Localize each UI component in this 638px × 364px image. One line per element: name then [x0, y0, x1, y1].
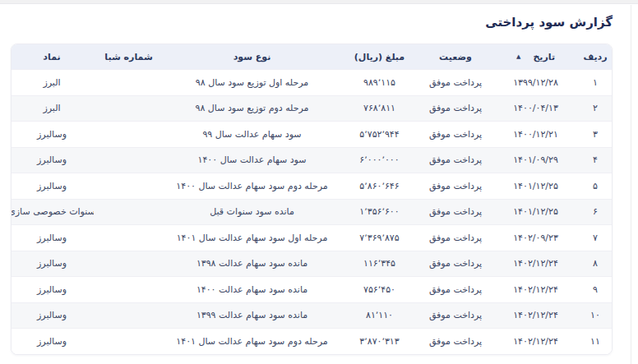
cell-row-number: ۱۰ — [579, 310, 612, 320]
cell-amount: ۵٬۷۵۲٬۹۴۴ — [340, 129, 418, 140]
paid-dividend-report-table: ردیف تاریخ ▲ وضعیت مبلغ (ریال) نوع سود ش… — [11, 44, 613, 355]
cell-date: ۱۴۰۲/۱۲/۲۴ — [492, 336, 579, 347]
cell-status: پرداخت موفق — [418, 103, 492, 113]
cell-symbol: وسالبرز — [11, 154, 94, 165]
cell-row-number: ۲ — [579, 103, 612, 113]
cell-dividend-type: مرحله دوم توزیع سود سال ۹۸ — [164, 103, 340, 113]
column-header-status[interactable]: وضعیت — [418, 52, 492, 62]
cell-date: ۱۴۰۱/۰۹/۲۹ — [492, 154, 579, 165]
cell-status: پرداخت موفق — [418, 181, 492, 191]
table-row: ۳ ۱۴۰۰/۱۲/۲۱ پرداخت موفق ۵٬۷۵۲٬۹۴۴ سود س… — [12, 121, 612, 147]
column-header-sheba-number[interactable]: شماره شبا — [94, 52, 164, 62]
table-row: ۲ ۱۴۰۰/۰۴/۱۳ پرداخت موفق ۷۶۸٬۸۱۱ مرحله د… — [12, 95, 612, 122]
cell-amount: ۵٬۸۶۰٬۶۴۶ — [340, 181, 418, 191]
cell-status: پرداخت موفق — [418, 233, 492, 243]
cell-date: ۱۴۰۰/۰۴/۱۳ — [492, 103, 579, 113]
table-row: ۱۱ ۱۴۰۲/۱۲/۲۴ پرداخت موفق ۳٬۸۷۰٬۳۱۳ مرحل… — [12, 328, 612, 354]
cell-dividend-type: مانده سود سهام عدالت ۱۴۰۰ — [164, 284, 340, 295]
cell-row-number: ۹ — [579, 284, 612, 295]
cell-status: پرداخت موفق — [418, 129, 492, 140]
table-header: ردیف تاریخ ▲ وضعیت مبلغ (ریال) نوع سود ش… — [12, 44, 612, 69]
column-header-date[interactable]: تاریخ ▲ — [492, 52, 579, 62]
cell-amount: ۱۱۶٬۳۴۵ — [340, 258, 418, 269]
cell-symbol: سنوات خصوصی سازی — [11, 206, 94, 217]
cell-date: ۱۴۰۲/۱۲/۲۴ — [492, 310, 579, 320]
cell-amount: ۶٬۰۰۰٬۰۰۰ — [340, 154, 418, 165]
cell-amount: ۳٬۸۷۰٬۳۱۳ — [340, 336, 418, 347]
cell-symbol: وسالبرز — [11, 310, 94, 320]
sort-ascending-icon[interactable]: ▲ — [516, 54, 520, 60]
table-row: ۶ ۱۴۰۱/۱۲/۲۵ پرداخت موفق ۱٬۳۵۶٬۶۰۰ مانده… — [12, 199, 612, 225]
cell-symbol: وسالبرز — [11, 284, 94, 295]
cell-date: ۱۴۰۲/۱۲/۲۴ — [492, 284, 579, 295]
cell-date: ۱۴۰۰/۱۲/۲۱ — [492, 129, 579, 140]
scrollbar-track[interactable] — [631, 5, 631, 364]
cell-row-number: ۳ — [579, 129, 612, 140]
cell-row-number: ۴ — [579, 154, 612, 165]
table-row: ۴ ۱۴۰۱/۰۹/۲۹ پرداخت موفق ۶٬۰۰۰٬۰۰۰ سود س… — [12, 147, 612, 173]
column-header-date-label: تاریخ — [533, 52, 555, 62]
cell-amount: ۷۵۶٬۴۵۰ — [340, 284, 418, 295]
cell-symbol: البرز — [11, 103, 94, 113]
cell-symbol: وسالبرز — [11, 129, 94, 140]
cell-row-number: ۱۱ — [579, 336, 612, 347]
cell-dividend-type: مرحله دوم سود سهام عدالت سال ۱۴۰۰ — [164, 181, 340, 191]
cell-row-number: ۵ — [579, 181, 612, 191]
table-body: ۱ ۱۳۹۹/۱۲/۲۸ پرداخت موفق ۹۸۹٬۱۱۵ مرحله ا… — [12, 69, 612, 354]
cell-status: پرداخت موفق — [418, 284, 492, 295]
column-header-amount-rial[interactable]: مبلغ (ریال) — [340, 52, 418, 62]
cell-row-number: ۷ — [579, 233, 612, 243]
cell-symbol: وسالبرز — [11, 181, 94, 191]
cell-dividend-type: سود سهام عدالت سال ۹۹ — [164, 129, 340, 140]
cell-amount: ۱٬۳۵۶٬۶۰۰ — [340, 206, 418, 217]
cell-dividend-type: مرحله دوم سود سهام عدالت سال ۱۴۰۱ — [164, 336, 340, 347]
cell-amount: ۷۶۸٬۸۱۱ — [340, 103, 418, 113]
cell-dividend-type: مانده سود سنوات قبل — [164, 206, 340, 217]
cell-date: ۱۴۰۲/۰۹/۲۳ — [492, 233, 579, 243]
cell-row-number: ۱ — [579, 77, 612, 88]
cell-symbol: البرز — [11, 77, 94, 88]
cell-symbol: وسالبرز — [11, 258, 94, 269]
table-row: ۹ ۱۴۰۲/۱۲/۲۴ پرداخت موفق ۷۵۶٬۴۵۰ مانده س… — [12, 276, 612, 302]
column-header-symbol[interactable]: نماد — [11, 52, 94, 62]
column-header-dividend-type[interactable]: نوع سود — [164, 52, 340, 62]
table-row: ۸ ۱۴۰۲/۱۲/۲۴ پرداخت موفق ۱۱۶٬۳۴۵ مانده س… — [12, 251, 612, 277]
cell-status: پرداخت موفق — [418, 154, 492, 165]
cell-symbol: وسالبرز — [11, 233, 94, 243]
cell-dividend-type: مانده سود سهام عدالت ۱۳۹۹ — [164, 310, 340, 320]
cell-row-number: ۸ — [579, 258, 612, 269]
cell-status: پرداخت موفق — [418, 258, 492, 269]
cell-dividend-type: مرحله اول سود سهام عدالت سال ۱۴۰۱ — [164, 233, 340, 243]
cell-symbol: وسالبرز — [11, 336, 94, 347]
cell-date: ۱۳۹۹/۱۲/۲۸ — [492, 77, 579, 88]
cell-row-number: ۶ — [579, 206, 612, 217]
table-row: ۵ ۱۴۰۱/۱۲/۲۵ پرداخت موفق ۵٬۸۶۰٬۶۴۶ مرحله… — [12, 173, 612, 199]
cell-status: پرداخت موفق — [418, 206, 492, 217]
table-row: ۷ ۱۴۰۲/۰۹/۲۳ پرداخت موفق ۷٬۳۶۹٬۸۷۵ مرحله… — [12, 224, 612, 251]
cell-amount: ۹۸۹٬۱۱۵ — [340, 77, 418, 88]
cell-amount: ۸۱٬۱۱۰ — [340, 310, 418, 320]
cell-status: پرداخت موفق — [418, 310, 492, 320]
cell-dividend-type: سود سهام عدالت سال ۱۴۰۰ — [164, 154, 340, 165]
table-row: ۱ ۱۳۹۹/۱۲/۲۸ پرداخت موفق ۹۸۹٬۱۱۵ مرحله ا… — [12, 69, 612, 95]
cell-amount: ۷٬۳۶۹٬۸۷۵ — [340, 233, 418, 243]
report-page: گزارش سود پرداختی ردیف تاریخ ▲ وضعیت مبل… — [0, 4, 638, 355]
column-header-row-number[interactable]: ردیف — [579, 52, 612, 62]
page-title: گزارش سود پرداختی — [11, 15, 613, 30]
cell-date: ۱۴۰۱/۱۲/۲۵ — [492, 206, 579, 217]
cell-date: ۱۴۰۲/۱۲/۲۴ — [492, 258, 579, 269]
table-row: ۱۰ ۱۴۰۲/۱۲/۲۴ پرداخت موفق ۸۱٬۱۱۰ مانده س… — [12, 302, 612, 329]
cell-dividend-type: مانده سود سهام عدالت ۱۳۹۸ — [164, 258, 340, 269]
cell-status: پرداخت موفق — [418, 336, 492, 347]
cell-date: ۱۴۰۱/۱۲/۲۵ — [492, 181, 579, 191]
cell-dividend-type: مرحله اول توزیع سود سال ۹۸ — [164, 77, 340, 88]
cell-status: پرداخت موفق — [418, 77, 492, 88]
